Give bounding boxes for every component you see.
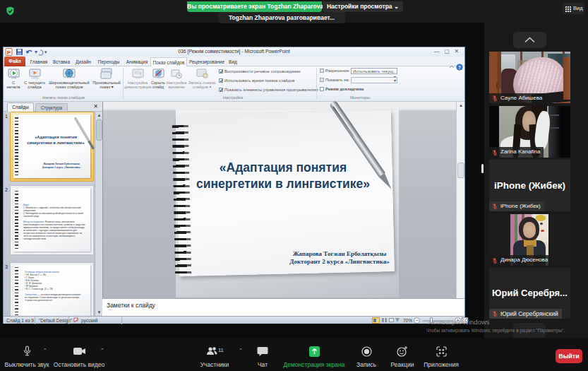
- svg-text:?: ?: [458, 65, 461, 70]
- svg-text:11: 11: [218, 347, 224, 353]
